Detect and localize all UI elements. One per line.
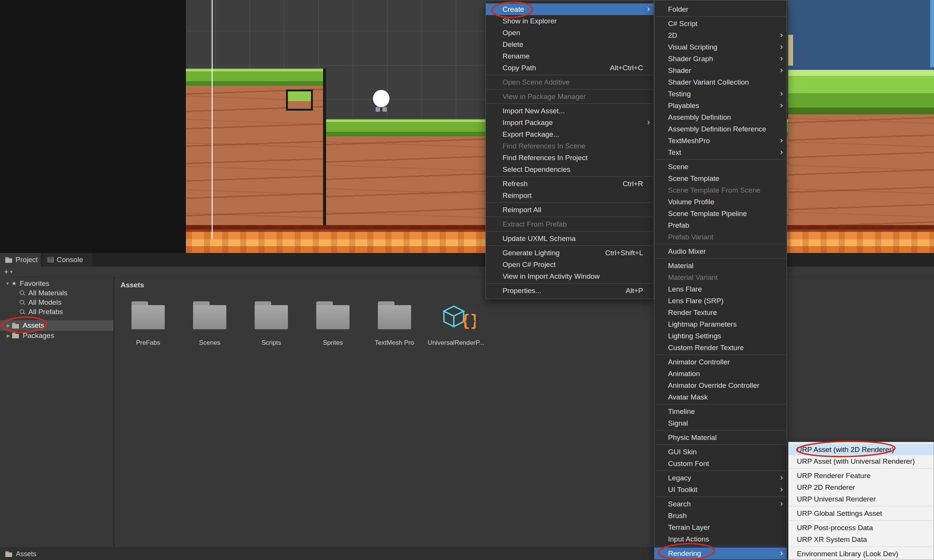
tree-item-packages[interactable]: ▶ Packages	[0, 331, 113, 340]
menu-item-audio-mixer[interactable]: Audio Mixer	[654, 245, 787, 257]
menu-item-label: Find References In Scene	[503, 142, 586, 150]
tab-project[interactable]: Project	[0, 253, 41, 267]
menu-item-c-script[interactable]: C# Script	[654, 18, 787, 29]
floating-block-sprite[interactable]	[286, 89, 313, 111]
menu-item-update-uxml-schema[interactable]: Update UXML Schema	[486, 233, 654, 244]
menu-item-refresh[interactable]: RefreshCtrl+R	[486, 178, 654, 190]
menu-item-scene-template[interactable]: Scene Template	[654, 173, 787, 184]
asset-tile[interactable]: {}UniversalRenderP...	[428, 298, 484, 366]
menu-item-label: Animator Controller	[668, 358, 730, 366]
menu-item-urp-renderer-feature[interactable]: URP Renderer Feature	[789, 470, 934, 481]
folder-shape	[375, 301, 414, 330]
menu-item-assembly-definition[interactable]: Assembly Definition	[654, 111, 787, 123]
menu-item-show-in-explorer[interactable]: Show in Explorer	[486, 15, 654, 27]
menu-item-create[interactable]: Create›	[486, 3, 654, 15]
menu-item-material[interactable]: Material	[654, 260, 787, 272]
menu-item-2d[interactable]: 2D›	[654, 29, 787, 41]
menu-item-copy-path[interactable]: Copy PathAlt+Ctrl+C	[486, 62, 654, 74]
menu-item-scene[interactable]: Scene	[654, 161, 787, 173]
menu-item-text[interactable]: Text›	[654, 147, 787, 158]
project-toolbar: + ▾	[0, 267, 934, 277]
asset-tile[interactable]: PreFabs	[120, 298, 176, 366]
tree-item-assets[interactable]: ▶ Assets	[0, 320, 113, 331]
menu-item-urp-universal-renderer[interactable]: URP Universal Renderer	[789, 493, 934, 505]
menu-item-physic-material[interactable]: Physic Material	[654, 432, 787, 443]
menu-item-legacy[interactable]: Legacy›	[654, 472, 787, 484]
menu-item-gui-skin[interactable]: GUI Skin	[654, 446, 787, 458]
menu-item-open[interactable]: Open	[486, 27, 654, 39]
menu-item-reimport-all[interactable]: Reimport All	[486, 204, 654, 216]
menu-item-lighting-settings[interactable]: Lighting Settings	[654, 330, 787, 342]
menu-item-open-c-project[interactable]: Open C# Project	[486, 259, 654, 270]
menu-item-urp-xr-system-data[interactable]: URP XR System Data	[789, 534, 934, 545]
menu-item-lightmap-parameters[interactable]: Lightmap Parameters	[654, 318, 787, 330]
menu-item-avatar-mask[interactable]: Avatar Mask	[654, 391, 787, 403]
menu-item-animator-override-controller[interactable]: Animator Override Controller	[654, 380, 787, 391]
menu-item-label: Scene Template Pipeline	[668, 210, 747, 218]
menu-item-volume-profile[interactable]: Volume Profile	[654, 196, 787, 208]
menu-item-rename[interactable]: Rename	[486, 50, 654, 62]
menu-item-folder[interactable]: Folder	[654, 3, 787, 15]
menu-item-brush[interactable]: Brush	[654, 510, 787, 521]
menu-item-find-references-in-project[interactable]: Find References In Project	[486, 152, 654, 164]
favorites-item[interactable]: All Materials	[0, 288, 113, 298]
menu-item-testing[interactable]: Testing›	[654, 88, 787, 100]
menu-item-textmeshpro[interactable]: TextMeshPro›	[654, 135, 787, 147]
menu-item-properties[interactable]: Properties...Alt+P	[486, 285, 654, 296]
asset-tile[interactable]: Sprites	[305, 298, 361, 366]
chevron-down-icon[interactable]: ▼	[4, 281, 11, 286]
dropdown-caret-icon[interactable]: ▾	[10, 269, 13, 275]
asset-tile[interactable]: Scenes	[181, 298, 238, 366]
menu-item-view-in-import-activity-window[interactable]: View in Import Activity Window	[486, 270, 654, 282]
menu-item-urp-asset-with-2d-renderer[interactable]: URP Asset (with 2D Renderer)	[789, 444, 934, 455]
menu-item-custom-font[interactable]: Custom Font	[654, 458, 787, 469]
menu-item-shader[interactable]: Shader›	[654, 65, 787, 76]
favorites-item[interactable]: All Prefabs	[0, 307, 113, 316]
menu-item-generate-lighting[interactable]: Generate LightingCtrl+Shift+L	[486, 247, 654, 259]
menu-item-select-dependencies[interactable]: Select Dependencies	[486, 164, 654, 175]
menu-item-signal[interactable]: Signal	[654, 417, 787, 429]
asset-tile[interactable]: TextMesh Pro	[366, 298, 423, 366]
menu-item-animator-controller[interactable]: Animator Controller	[654, 356, 787, 368]
menu-item-shader-variant-collection[interactable]: Shader Variant Collection	[654, 76, 787, 88]
menu-item-scene-template-pipeline[interactable]: Scene Template Pipeline	[654, 208, 787, 219]
menu-item-delete[interactable]: Delete	[486, 39, 654, 50]
menu-item-import-package[interactable]: Import Package›	[486, 117, 654, 128]
menu-item-export-package[interactable]: Export Package...	[486, 128, 654, 140]
menu-item-terrain-layer[interactable]: Terrain Layer	[654, 521, 787, 533]
menu-item-custom-render-texture[interactable]: Custom Render Texture	[654, 342, 787, 353]
menu-separator	[789, 520, 933, 521]
create-submenu: FolderC# Script2D›Visual Scripting›Shade…	[654, 0, 787, 560]
asset-tile[interactable]: Scripts	[243, 298, 300, 366]
menu-item-search[interactable]: Search›	[654, 498, 787, 510]
chevron-right-icon[interactable]: ▶	[5, 323, 12, 328]
menu-item-input-actions[interactable]: Input Actions	[654, 533, 787, 545]
scene-view[interactable]	[0, 0, 934, 253]
menu-item-urp-post-process-data[interactable]: URP Post-process Data	[789, 522, 934, 534]
menu-item-urp-2d-renderer[interactable]: URP 2D Renderer	[789, 481, 934, 493]
menu-item-lens-flare-srp[interactable]: Lens Flare (SRP)	[654, 295, 787, 307]
favorites-item[interactable]: All Models	[0, 298, 113, 307]
favorites-header[interactable]: ▼ ★ Favorites	[0, 279, 113, 288]
chevron-right-icon[interactable]: ▶	[5, 333, 12, 338]
menu-item-rendering[interactable]: Rendering›	[654, 548, 787, 559]
menu-item-import-new-asset[interactable]: Import New Asset...	[486, 105, 654, 117]
menu-item-visual-scripting[interactable]: Visual Scripting›	[654, 41, 787, 53]
menu-item-prefab[interactable]: Prefab	[654, 219, 787, 231]
menu-item-ui-toolkit[interactable]: UI Toolkit›	[654, 484, 787, 495]
menu-item-assembly-definition-reference[interactable]: Assembly Definition Reference	[654, 123, 787, 135]
player-sprite[interactable]	[373, 90, 390, 112]
menu-item-lens-flare[interactable]: Lens Flare	[654, 283, 787, 295]
menu-item-render-texture[interactable]: Render Texture	[654, 307, 787, 318]
menu-item-animation[interactable]: Animation	[654, 368, 787, 380]
menu-item-label: Avatar Mask	[668, 393, 708, 401]
tab-console[interactable]: Console	[42, 253, 92, 267]
menu-item-playables[interactable]: Playables›	[654, 100, 787, 111]
menu-item-shader-graph[interactable]: Shader Graph›	[654, 53, 787, 65]
menu-item-urp-global-settings-asset[interactable]: URP Global Settings Asset	[789, 508, 934, 519]
menu-item-urp-asset-with-universal-renderer[interactable]: URP Asset (with Universal Renderer)	[789, 455, 934, 467]
menu-item-environment-library-look-dev[interactable]: Environment Library (Look Dev)	[789, 548, 934, 560]
menu-item-timeline[interactable]: Timeline	[654, 406, 787, 417]
add-asset-button[interactable]: +	[4, 268, 9, 276]
menu-item-reimport[interactable]: Reimport	[486, 190, 654, 201]
